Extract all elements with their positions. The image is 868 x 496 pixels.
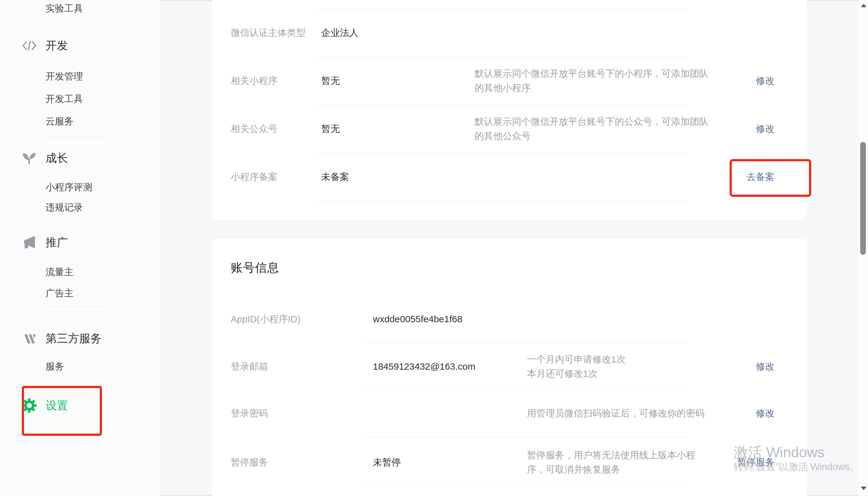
- sidebar-item-label: 违规记录: [46, 201, 83, 214]
- sidebar-item-violation-records[interactable]: 违规记录: [0, 197, 160, 218]
- row-description: 默认展示同个微信开放平台账号下的公众号，可添加团队 的其他公众号: [475, 114, 708, 143]
- row-description: 暂停服务，用户将无法使用线上版本小程 序，可取消并恢复服务: [527, 448, 695, 477]
- modify-link[interactable]: 修改: [756, 123, 774, 135]
- sidebar-item-growth[interactable]: 成长: [0, 147, 160, 169]
- row-certification-type: 微信认证主体类型 企业法人: [212, 9, 806, 57]
- sidebar-item-label: 实验工具: [46, 2, 83, 15]
- row-value: 暂无: [321, 123, 340, 135]
- sidebar-item-label: 成长: [46, 151, 68, 166]
- row-value: 暂无: [321, 74, 340, 87]
- account-info-card: 账号信息 AppID(小程序ID) wxdde0055fe4be1f68 登录邮…: [212, 239, 806, 496]
- scrollbar: [859, 0, 868, 496]
- row-value: 未备案: [321, 170, 349, 183]
- row-divider: [364, 487, 688, 488]
- sidebar-item-third-party-service[interactable]: 第三方服务: [0, 328, 160, 350]
- row-related-miniprograms: 相关小程序 暂无 默认展示同个微信开放平台账号下的小程序，可添加团队 的其他小程…: [212, 57, 806, 105]
- sidebar-item-develop[interactable]: 开发: [0, 35, 160, 57]
- sidebar-divider: [46, 386, 108, 386]
- miniprogram-info-card: 微信认证主体类型 企业法人 相关小程序 暂无 默认展示同个微信开放平台账号下的小…: [212, 0, 806, 220]
- code-icon: [22, 38, 37, 53]
- row-label: 登录密码: [231, 407, 268, 420]
- card-title: 账号信息: [231, 256, 279, 279]
- sidebar-item-label: 广告主: [46, 287, 74, 300]
- row-label: 登录邮箱: [231, 360, 268, 373]
- scrollbar-up-icon[interactable]: [861, 4, 866, 7]
- sidebar-item-develop-manage[interactable]: 开发管理: [0, 65, 160, 87]
- row-divider: [314, 201, 688, 201]
- sidebar-divider: [46, 137, 108, 137]
- modify-link[interactable]: 修改: [756, 360, 774, 373]
- app-window: 实验工具 开发 开发管理 开发工具 云服务: [0, 0, 868, 496]
- row-description: 用管理员微信扫码验证后，可修改你的密码: [527, 406, 705, 420]
- sidebar-item-label: 开发工具: [46, 93, 83, 106]
- sidebar: 实验工具 开发 开发管理 开发工具 云服务: [0, 0, 160, 496]
- row-label: 微信认证主体类型: [231, 26, 306, 39]
- sidebar-divider: [46, 307, 108, 307]
- sidebar-item-label: 流量主: [46, 266, 74, 279]
- sidebar-item-label: 开发: [46, 38, 68, 53]
- row-value: 未暂停: [373, 456, 401, 469]
- sidebar-item-settings[interactable]: 设置: [0, 394, 160, 416]
- row-value: 企业法人: [321, 26, 358, 39]
- row-pause-service: 暂停服务 未暂停 暂停服务，用户将无法使用线上版本小程 序，可取消并恢复服务 暂…: [212, 437, 806, 487]
- pause-service-link[interactable]: 暂停服务: [737, 456, 774, 469]
- sidebar-item-develop-tools[interactable]: 开发工具: [0, 88, 160, 110]
- row-label: 暂停服务: [231, 456, 268, 469]
- sidebar-item-label: 云服务: [46, 115, 74, 128]
- scrollbar-thumb[interactable]: [860, 142, 866, 255]
- scrollbar-down-icon[interactable]: [861, 487, 866, 490]
- row-label: 相关公众号: [231, 123, 277, 135]
- sidebar-divider: [46, 24, 108, 24]
- megaphone-icon: [22, 235, 37, 250]
- sidebar-item-label: 设置: [46, 398, 68, 413]
- row-login-password: 登录密码 用管理员微信扫码验证后，可修改你的密码 修改: [212, 389, 806, 437]
- sidebar-item-experiment-tools[interactable]: 实验工具: [0, 0, 160, 19]
- sidebar-item-promotion[interactable]: 推广: [0, 231, 160, 253]
- sidebar-item-label: 小程序评测: [46, 181, 92, 194]
- sidebar-item-label: 推广: [46, 235, 68, 250]
- sidebar-item-label: 服务: [46, 360, 64, 373]
- row-appid: AppID(小程序ID) wxdde0055fe4be1f68: [212, 295, 806, 343]
- sidebar-item-miniprogram-review[interactable]: 小程序评测: [0, 176, 160, 198]
- sidebar-item-cloud-service[interactable]: 云服务: [0, 110, 160, 132]
- sprout-icon: [22, 151, 37, 166]
- row-label: 小程序备案: [231, 170, 277, 183]
- sidebar-item-advertiser[interactable]: 广告主: [0, 282, 160, 304]
- modify-link[interactable]: 修改: [756, 407, 774, 420]
- sidebar-item-traffic-owner[interactable]: 流量主: [0, 261, 160, 283]
- modify-link[interactable]: 修改: [756, 74, 774, 87]
- sidebar-item-label: 开发管理: [46, 70, 83, 83]
- third-party-icon: [22, 331, 37, 346]
- sidebar-item-label: 第三方服务: [46, 331, 102, 346]
- row-related-official-accounts: 相关公众号 暂无 默认展示同个微信开放平台账号下的公众号，可添加团队 的其他公众…: [212, 105, 806, 153]
- appid-value: wxdde0055fe4be1f68: [373, 314, 462, 324]
- gear-icon: [22, 398, 37, 413]
- sidebar-item-service[interactable]: 服务: [0, 356, 160, 377]
- row-label: 相关小程序: [231, 74, 277, 87]
- row-login-email: 登录邮箱 18459123432@163.com 一个月内可申请修改1次 本月还…: [212, 343, 806, 389]
- row-miniprogram-filing: 小程序备案 未备案 去备案: [212, 153, 806, 201]
- go-filing-link[interactable]: 去备案: [746, 170, 774, 183]
- row-label: AppID(小程序ID): [231, 313, 300, 326]
- row-description: 默认展示同个微信开放平台账号下的小程序，可添加团队 的其他小程序: [475, 66, 708, 95]
- email-value: 18459123432@163.com: [373, 361, 476, 372]
- row-description: 一个月内可申请修改1次 本月还可修改1次: [527, 352, 626, 381]
